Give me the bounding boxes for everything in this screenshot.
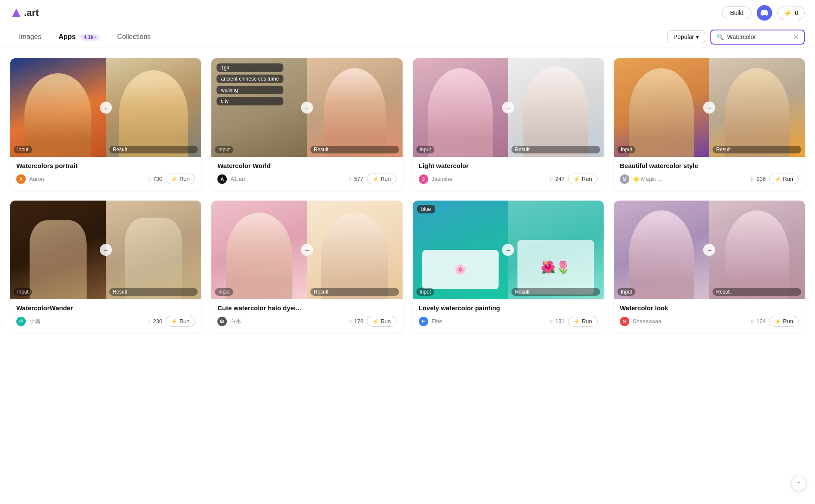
runs-count: 178 [354,318,364,324]
run-label: Run [381,318,391,324]
runs-count: 230 [153,318,162,324]
card-author: Aaron [29,176,144,182]
nav-item-apps[interactable]: Apps 4.1k+ [50,26,108,48]
lightning-icon: ⚡ [784,9,792,17]
card-image: Input → Result [211,201,402,299]
card-lovely-watercolor-painting[interactable]: blue 🌸 Input → 🌺🌷 Result Lovely watercol… [413,201,604,333]
lightning-button[interactable]: ⚡ 0 [777,6,805,20]
search-icon: 🔍 [716,33,724,40]
run-label: Run [582,318,592,324]
card-runs: ▷ 230 [148,318,162,324]
card-runs: ▷ 131 [550,318,565,324]
play-icon: ▷ [349,318,352,324]
card-input-image: 1girl ancient chinese cos tume walking c… [211,58,307,157]
card-runs: ▷ 730 [148,176,162,182]
cards-grid: Input → Result Watercolors portrait A Aa… [0,48,815,343]
card-meta: S Shaaaaaaa ▷ 124 ⚡ Run [620,316,799,327]
run-button[interactable]: ⚡ Run [769,174,799,184]
run-bolt-icon: ⚡ [171,318,177,324]
card-watercolor-world[interactable]: 1girl ancient chinese cos tume walking c… [211,58,402,190]
run-button[interactable]: ⚡ Run [367,316,397,327]
card-info: Cute watercolor halo dyei... 白 白水 ▷ 178 … [211,299,402,333]
avatar: J [419,174,428,184]
card-title: Watercolors portrait [16,162,195,169]
avatar: 白 [217,317,227,326]
search-input[interactable] [727,33,790,40]
nav-item-images[interactable]: Images [10,26,50,48]
card-meta: A A1.art ▷ 577 ⚡ Run [217,174,396,184]
avatar: F [419,317,428,326]
build-button[interactable]: Build [722,6,752,19]
play-icon: ▷ [148,318,151,324]
runs-count: 131 [555,318,565,324]
search-box: 🔍 ✕ [710,30,805,45]
card-title: Beautiful watercolor style [620,162,799,169]
card-watercolor-look[interactable]: Input → Result Watercolor look S Shaaaaa… [614,201,805,333]
card-result-image: Result [709,201,805,299]
card-info: Watercolors portrait A Aaron ▷ 730 ⚡ Run [10,157,201,190]
sort-label: Popular [674,33,694,40]
card-light-watercolor[interactable]: Input → Result Light watercolor J Jasmin… [413,58,604,190]
card-tag-walking: walking [217,86,283,94]
card-tag-city: city [217,97,283,105]
run-bolt-icon: ⚡ [171,176,177,182]
card-info: Watercolor look S Shaaaaaaa ▷ 124 ⚡ Run [614,299,805,333]
card-runs: ▷ 124 [751,318,766,324]
avatar: A [217,174,227,184]
card-author: 小满 [29,318,144,325]
logo-icon [10,7,22,19]
logo-text: .art [24,7,39,18]
card-image: Input → Result [10,201,201,299]
runs-count: 577 [354,176,364,182]
run-button[interactable]: ⚡ Run [568,174,598,184]
card-result-image: 🌺🌷 Result [508,201,604,299]
discord-icon [761,9,768,17]
card-title: Watercolor World [217,162,396,169]
card-info: WatercolorWander 小 小满 ▷ 230 ⚡ Run [10,299,201,333]
discord-button[interactable] [757,5,772,21]
card-cute-watercolor-halo[interactable]: Input → Result Cute watercolor halo dyei… [211,201,402,333]
run-button[interactable]: ⚡ Run [367,174,397,184]
avatar-letter: S [623,319,626,324]
card-author: Fitte [432,318,547,324]
card-result-image: Result [709,58,805,157]
avatar: 小 [16,317,26,326]
card-meta: 白 白水 ▷ 178 ⚡ Run [217,316,396,327]
card-info: Light watercolor J Jasmine ▷ 247 ⚡ Run [413,157,604,190]
card-input-image: Input [10,58,106,157]
run-button[interactable]: ⚡ Run [769,316,799,327]
card-title: Lovely watercolor painting [419,304,598,312]
run-button[interactable]: ⚡ Run [568,316,598,327]
card-result-image: Result [508,58,604,157]
apps-badge: 4.1k+ [80,34,100,41]
logo[interactable]: .art [10,7,39,19]
run-bolt-icon: ⚡ [373,318,379,324]
clear-icon[interactable]: ✕ [793,33,799,41]
run-label: Run [783,318,793,324]
card-input-image: Input [413,58,508,157]
card-image: 1girl ancient chinese cos tume walking c… [211,58,402,157]
run-bolt-icon: ⚡ [574,176,580,182]
run-bolt-icon: ⚡ [775,176,781,182]
card-meta: F Fitte ▷ 131 ⚡ Run [419,316,598,327]
card-author: A1.art [230,176,346,182]
play-icon: ▷ [751,318,755,324]
card-watercolors-portrait[interactable]: Input → Result Watercolors portrait A Aa… [10,58,201,190]
card-image: Input → Result [614,201,805,299]
nav-item-collections[interactable]: Collections [108,26,159,48]
card-author: Shaaaaaaa [633,318,748,324]
avatar: M [620,174,629,184]
card-image: Input → Result [10,58,201,157]
runs-count: 247 [555,176,565,182]
play-icon: ▷ [751,176,755,182]
main-nav: Images Apps 4.1k+ Collections Popular ▾ … [0,26,815,48]
card-watercolorwander[interactable]: Input → Result WatercolorWander 小 小满 ▷ 2… [10,201,201,333]
run-button[interactable]: ⚡ Run [165,316,195,327]
card-input-image: Input [614,58,710,157]
chevron-down-icon: ▾ [696,33,699,40]
sort-dropdown[interactable]: Popular ▾ [667,30,705,43]
header: .art Build ⚡ 0 [0,0,815,26]
run-button[interactable]: ⚡ Run [165,174,195,184]
card-runs: ▷ 247 [550,176,565,182]
card-beautiful-watercolor-style[interactable]: Input → Result Beautiful watercolor styl… [614,58,805,190]
